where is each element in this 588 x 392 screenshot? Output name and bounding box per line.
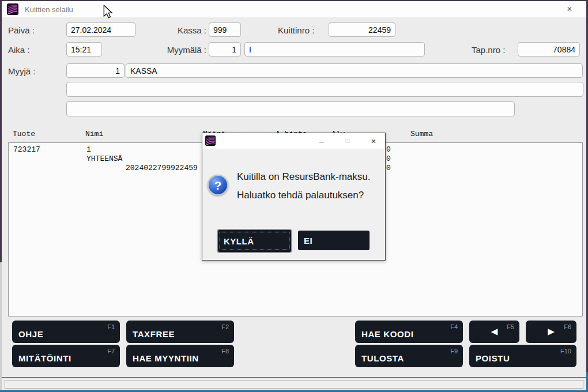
myyja-number-field[interactable]: 1	[66, 63, 125, 78]
table-row-cell: 0	[386, 164, 391, 172]
table-row-cell: 2024022799922459	[126, 164, 198, 172]
col-header-nimi: Nimi	[85, 130, 103, 138]
kuittinro-field[interactable]: 22459	[329, 22, 395, 37]
resursbank-refund-dialog: – □ × ? Kuitilla on ResursBank-maksu. Ha…	[202, 133, 386, 261]
app-logo-icon	[7, 3, 18, 15]
col-header-tuote: Tuote	[13, 130, 35, 138]
prev-fkey-label: F5	[507, 323, 514, 330]
window-border-left	[0, 0, 2, 262]
dialog-minimize-icon[interactable]: –	[315, 135, 329, 147]
prev-receipt-button[interactable]: ◀ F5	[469, 321, 519, 343]
table-row-cell: 1	[86, 145, 91, 154]
taxfree-button[interactable]: TAXFREE F2	[126, 321, 234, 343]
poistu-button[interactable]: POISTU F10	[469, 345, 576, 367]
taxfree-fkey-label: F2	[221, 323, 229, 330]
mitatointi-fkey-label: F7	[107, 348, 115, 355]
dialog-message-line1: Kuitilla on ResursBank-maksu.	[237, 171, 370, 183]
window-border-top	[0, 0, 588, 1]
extra-field-1[interactable]	[66, 82, 583, 97]
dialog-app-logo-icon	[205, 135, 216, 146]
hae-myyntiin-button-label: HAE MYYNTIIN	[133, 353, 199, 363]
mitatointi-button[interactable]: MITÄTÖINTI F7	[12, 345, 120, 367]
kassa-label: Kassa :	[159, 25, 206, 35]
myyja-name-field[interactable]: KASSA	[126, 63, 583, 78]
aika-label: Aika :	[8, 45, 30, 55]
window-title: Kuittien selailu	[25, 5, 73, 14]
bottom-divider	[0, 377, 588, 378]
aika-field[interactable]: 15:21	[66, 42, 102, 56]
hae-koodi-button[interactable]: HAE KOODI F4	[355, 321, 463, 343]
myymala-name-field[interactable]: I	[244, 42, 425, 56]
dialog-maximize-icon: □	[341, 135, 355, 147]
ohje-fkey-label: F1	[107, 323, 115, 330]
receipt-browser-window: Kuittien selailu × Päivä : 27.02.2024 Ka…	[0, 0, 588, 392]
status-bar	[5, 380, 583, 389]
dialog-titlebar: – □ ×	[202, 133, 385, 149]
no-button[interactable]: EI	[298, 231, 370, 250]
hae-myyntiin-button[interactable]: HAE MYYNTIIN F8	[126, 345, 234, 367]
table-row-cell: 0	[386, 145, 391, 154]
taxfree-button-label: TAXFREE	[133, 329, 175, 339]
ohje-button-label: OHJE	[18, 329, 43, 339]
question-icon: ?	[208, 175, 228, 195]
tulosta-button[interactable]: TULOSTA F9	[355, 345, 463, 367]
mitatointi-button-label: MITÄTÖINTI	[18, 353, 71, 363]
table-row-cell: YHTEENSÄ	[86, 154, 122, 163]
titlebar: Kuittien selailu ×	[2, 1, 586, 17]
table-row-cell: 723217	[13, 145, 40, 154]
window-border-left-lower	[0, 262, 2, 390]
dialog-message-line2: Haluatko tehdä palautuksen?	[237, 190, 364, 201]
tapnro-label: Tap.nro :	[472, 45, 505, 55]
tapnro-field[interactable]: 70884	[518, 42, 580, 56]
poistu-fkey-label: F10	[560, 348, 571, 355]
tulosta-button-label: TULOSTA	[361, 353, 404, 363]
tulosta-fkey-label: F9	[450, 348, 458, 355]
poistu-button-label: POISTU	[476, 353, 510, 363]
myymala-label: Myymälä :	[154, 45, 206, 55]
hae-koodi-fkey-label: F4	[450, 323, 458, 330]
paiva-label: Päivä :	[8, 25, 35, 35]
next-receipt-button[interactable]: ▶ F6	[526, 321, 576, 343]
hae-koodi-button-label: HAE KOODI	[361, 329, 413, 339]
hae-myyntiin-fkey-label: F8	[221, 348, 229, 355]
extra-field-2[interactable]	[66, 101, 515, 116]
yes-button[interactable]: KYLLÄ	[218, 230, 291, 252]
paiva-field[interactable]: 27.02.2024	[66, 22, 135, 37]
dialog-close-icon[interactable]: ×	[367, 135, 380, 147]
mouse-cursor-icon	[103, 5, 113, 18]
next-fkey-label: F6	[564, 323, 571, 330]
kuittinro-label: Kuittinro :	[278, 25, 314, 35]
col-header-summa: Summa	[410, 130, 433, 138]
myymala-number-field[interactable]: 1	[209, 42, 241, 56]
myyja-label: Myyjä :	[8, 66, 36, 76]
table-row-cell: 0	[386, 154, 391, 163]
kassa-field[interactable]: 999	[209, 22, 241, 37]
window-close-icon[interactable]: ×	[563, 3, 576, 15]
ohje-button[interactable]: OHJE F1	[12, 321, 120, 343]
